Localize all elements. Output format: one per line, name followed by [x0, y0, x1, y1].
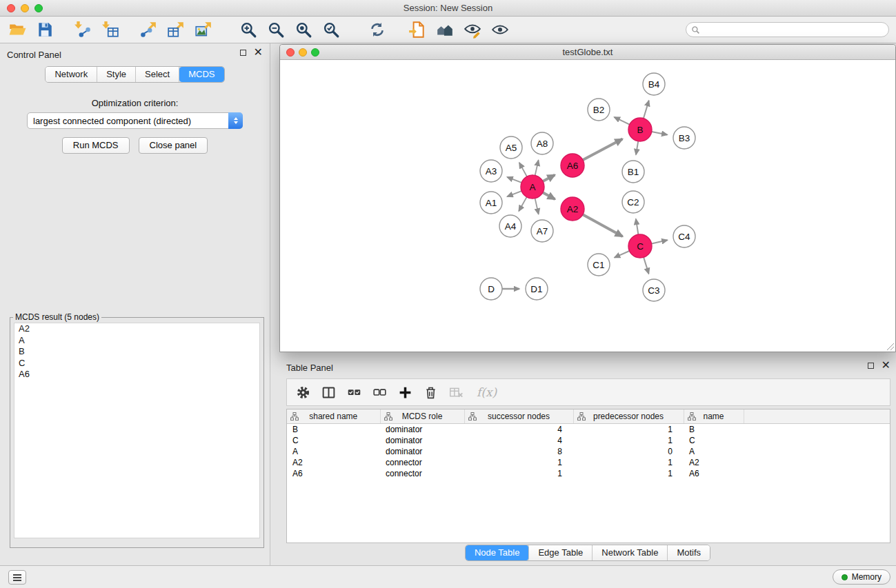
graph-edge-B-B4[interactable]	[644, 101, 649, 119]
import-network-button[interactable]	[69, 19, 97, 41]
export-table-button[interactable]	[162, 19, 190, 41]
tab-node-table[interactable]: Node Table	[466, 545, 530, 560]
close-panel-icon-button[interactable]: ✕	[254, 49, 263, 56]
float-panel-button[interactable]	[240, 50, 246, 56]
save-session-button[interactable]	[31, 19, 59, 41]
cell-MCDS-role[interactable]: connector	[380, 468, 464, 479]
tab-style[interactable]: Style	[97, 67, 136, 82]
resize-grip-icon[interactable]	[886, 342, 895, 351]
run-mcds-button[interactable]: Run MCDS	[62, 137, 130, 154]
cell-predecessor-nodes[interactable]: 1	[573, 468, 684, 479]
graph-node-A1[interactable]: A1	[480, 192, 502, 214]
cell-successor-nodes[interactable]: 1	[464, 457, 573, 468]
mcds-result-item[interactable]: C	[14, 358, 259, 369]
network-canvas[interactable]: B4B2BB3A5A8A6B1A3AC2A1A2A4A7C4CC1C3DD1	[280, 60, 895, 352]
graph-node-C1[interactable]: C1	[588, 254, 610, 276]
zoom-fit-button[interactable]	[290, 19, 317, 41]
graph-edge-A-A7[interactable]	[535, 199, 539, 214]
graph-node-C2[interactable]: C2	[622, 191, 644, 213]
show-panels-button[interactable]	[8, 570, 26, 585]
graph-node-A2[interactable]: A2	[561, 197, 584, 221]
close-table-panel-button[interactable]: ✕	[882, 362, 890, 369]
cell-name[interactable]: A	[684, 446, 744, 457]
cell-MCDS-role[interactable]: connector	[380, 457, 464, 468]
graph-node-B3[interactable]: B3	[673, 127, 695, 149]
zoom-selected-button[interactable]	[317, 19, 345, 41]
mcds-result-item[interactable]: A2	[14, 323, 259, 335]
mcds-result-item[interactable]: B	[14, 346, 259, 358]
cell-successor-nodes[interactable]: 4	[464, 423, 573, 435]
graph-node-C4[interactable]: C4	[673, 225, 695, 247]
cell-shared-name[interactable]: A6	[287, 468, 380, 479]
open-session-button[interactable]	[3, 19, 31, 41]
graph-node-D[interactable]: D	[480, 278, 502, 300]
zoom-in-button[interactable]	[235, 19, 262, 41]
graph-edge-A-A8[interactable]	[535, 160, 539, 175]
unselect-all-button[interactable]	[372, 385, 387, 400]
tab-network-table[interactable]: Network Table	[593, 545, 668, 560]
delete-column-button[interactable]	[423, 385, 438, 400]
cell-shared-name[interactable]: C	[287, 435, 380, 446]
column-header-mcds-role[interactable]: MCDS role	[380, 409, 464, 423]
cell-MCDS-role[interactable]: dominator	[380, 423, 464, 435]
graph-node-A3[interactable]: A3	[480, 160, 502, 182]
graph-edge-A-A2[interactable]	[543, 192, 555, 199]
tab-network[interactable]: Network	[46, 67, 97, 82]
table-row[interactable]: Cdominator41C	[287, 435, 890, 446]
graph-edge-B-B1[interactable]	[636, 141, 638, 155]
close-panel-button[interactable]: Close panel	[139, 137, 208, 154]
cell-successor-nodes[interactable]: 8	[464, 446, 573, 457]
add-column-button[interactable]	[397, 385, 412, 400]
mcds-result-item[interactable]: A	[14, 335, 259, 347]
graph-node-B1[interactable]: B1	[622, 161, 644, 183]
graph-node-A5[interactable]: A5	[500, 136, 522, 159]
import-table-button[interactable]	[97, 19, 124, 41]
cell-shared-name[interactable]: B	[287, 423, 380, 435]
graph-node-A8[interactable]: A8	[531, 132, 553, 154]
graph-edge-B-B2[interactable]	[615, 117, 630, 125]
mcds-result-list[interactable]: A2ABCA6	[14, 323, 260, 538]
graph-node-A4[interactable]: A4	[499, 215, 521, 237]
cell-name[interactable]: A2	[684, 457, 744, 468]
graph-node-A6[interactable]: A6	[561, 154, 584, 177]
graph-node-A7[interactable]: A7	[531, 220, 553, 242]
memory-button[interactable]: Memory	[833, 569, 890, 585]
graph-node-B[interactable]: B	[628, 118, 652, 141]
delete-table-button[interactable]	[448, 385, 464, 400]
graph-node-D1[interactable]: D1	[526, 278, 548, 300]
graph-node-B4[interactable]: B4	[643, 73, 665, 95]
tab-select[interactable]: Select	[136, 67, 179, 82]
graph-edge-C-C1[interactable]	[615, 251, 630, 258]
column-header-predecessor-nodes[interactable]: predecessor nodes	[573, 409, 684, 423]
graph-node-C[interactable]: C	[628, 234, 652, 258]
network-minimize-button[interactable]	[299, 48, 307, 57]
cell-predecessor-nodes[interactable]: 1	[573, 435, 684, 446]
optimization-criterion-select[interactable]: largest connected component (directed)	[27, 112, 243, 129]
export-image-button[interactable]	[190, 19, 217, 41]
graph-edge-A-A3[interactable]	[507, 177, 521, 183]
float-table-panel-button[interactable]	[868, 363, 874, 369]
homes-button[interactable]	[431, 19, 459, 41]
eye-button[interactable]	[486, 19, 514, 41]
cell-shared-name[interactable]: A	[287, 446, 380, 457]
zoom-out-button[interactable]	[262, 19, 290, 41]
graph-edge-A-A1[interactable]	[507, 191, 521, 196]
network-graph[interactable]: B4B2BB3A5A8A6B1A3AC2A1A2A4A7C4CC1C3DD1	[280, 60, 895, 352]
cell-MCDS-role[interactable]: dominator	[380, 435, 464, 446]
network-maximize-button[interactable]	[311, 48, 319, 57]
graph-edge-A2-C[interactable]	[583, 214, 623, 236]
table-settings-button[interactable]	[295, 385, 310, 400]
cell-name[interactable]: A6	[684, 468, 744, 479]
graph-node-B2[interactable]: B2	[588, 99, 610, 121]
eye-annotate-button[interactable]	[459, 19, 486, 41]
export-network-button[interactable]	[135, 19, 162, 41]
graph-edge-A-A5[interactable]	[519, 163, 527, 176]
cell-predecessor-nodes[interactable]: 0	[573, 446, 684, 457]
column-header-shared-name[interactable]: shared name	[287, 409, 380, 423]
cell-predecessor-nodes[interactable]: 1	[573, 423, 684, 435]
cell-shared-name[interactable]: A2	[287, 457, 380, 468]
cell-predecessor-nodes[interactable]: 1	[573, 457, 684, 468]
tab-motifs[interactable]: Motifs	[668, 545, 710, 560]
cell-successor-nodes[interactable]: 1	[464, 468, 573, 479]
graph-edge-A-A4[interactable]	[519, 197, 527, 211]
